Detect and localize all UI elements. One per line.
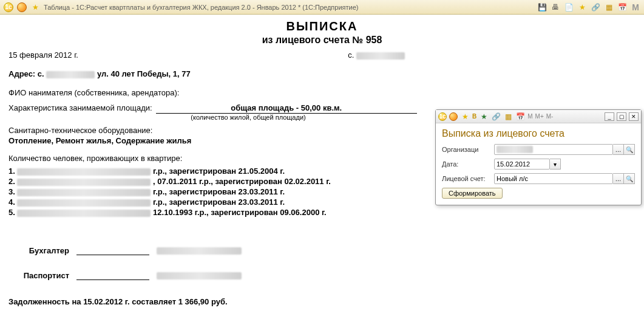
redacted-signature	[157, 247, 242, 255]
redacted-name	[17, 179, 151, 186]
save-icon[interactable]: 💾	[537, 2, 547, 12]
toolbar-mplus[interactable]: M+	[535, 113, 544, 120]
date-picker-button[interactable]: ▾	[550, 159, 561, 170]
signature-line	[76, 247, 149, 255]
settlement-label: с.	[348, 50, 354, 60]
calc-icon[interactable]: ▦	[604, 2, 614, 12]
redacted-signature	[157, 272, 242, 279]
redacted-settlement	[356, 52, 405, 60]
link-icon[interactable]: 🔗	[491, 112, 501, 122]
doc-date: 15 февраля 2012 г.	[8, 50, 78, 60]
extract-dialog: 1c ★ B ★ 🔗 ▦ 📅 M M+ M- _ ▢ ✕ Выписка из …	[435, 109, 642, 205]
minimize-button[interactable]: _	[605, 112, 614, 121]
toolbar-mminus[interactable]: M-	[546, 113, 554, 120]
date-label: Дата:	[442, 160, 490, 168]
address-rest: ул. 40 лет Победы, 1, 77	[97, 69, 191, 78]
star-icon[interactable]: ★	[577, 2, 587, 12]
search-button[interactable]: 🔍	[624, 173, 635, 184]
app-icon: 1c	[438, 112, 447, 121]
address-label: Адрес: с.	[8, 69, 44, 78]
char-note: (количество жилой, общей площади)	[118, 114, 379, 121]
doc-heading2: из лицевого счета № 958	[8, 35, 636, 46]
link-icon[interactable]: 🔗	[591, 2, 600, 12]
favorite-icon[interactable]: ★	[460, 112, 470, 122]
star2-icon[interactable]: ★	[479, 112, 489, 122]
calendar-icon[interactable]: 📅	[515, 112, 525, 122]
favorite-icon[interactable]: ★	[30, 2, 40, 12]
window-title: Таблица - 1С:Расчет квартплаты и бухгалт…	[44, 4, 359, 11]
ellipsis-button[interactable]: …	[613, 144, 624, 155]
ellipsis-button[interactable]: …	[613, 173, 624, 184]
maximize-button[interactable]: ▢	[617, 112, 626, 121]
redacted-name	[17, 199, 151, 207]
close-button[interactable]: ✕	[629, 112, 639, 121]
calc-icon[interactable]: ▦	[503, 112, 513, 122]
copy-icon[interactable]: 📄	[564, 2, 574, 12]
back-icon[interactable]	[449, 112, 458, 121]
doc-heading1: ВЫПИСКА	[8, 19, 636, 33]
calendar-icon[interactable]: 📅	[617, 2, 627, 12]
redacted-name	[17, 210, 151, 217]
toolbar-b[interactable]: B	[472, 113, 476, 120]
dialog-titlebar: 1c ★ B ★ 🔗 ▦ 📅 M M+ M- _ ▢ ✕	[436, 110, 641, 123]
account-input[interactable]: Новый л/с	[494, 173, 613, 184]
signature-line	[76, 272, 149, 280]
fio-label: ФИО нанимателя (собственника, арендатора…	[8, 88, 636, 97]
signature-row-accountant: Бухгалтер	[8, 246, 636, 255]
toolbar-m[interactable]: M	[527, 113, 532, 120]
redacted-org	[497, 146, 533, 153]
dialog-title: Выписка из лицевого счета	[442, 128, 635, 139]
date-input[interactable]: 15.02.2012	[494, 159, 550, 170]
passport-label: Паспортист	[8, 271, 69, 280]
m-icon[interactable]: M	[631, 2, 640, 12]
char-label: Характеристика занимаемой площади:	[8, 103, 152, 112]
redacted-name	[17, 168, 151, 176]
search-button[interactable]: 🔍	[624, 144, 635, 155]
print-icon[interactable]: 🖶	[551, 2, 560, 12]
redacted-address-settlement	[46, 71, 95, 78]
generate-button[interactable]: Сформировать	[442, 188, 503, 199]
accountant-label: Бухгалтер	[8, 246, 69, 255]
app-icon: 1c	[4, 2, 13, 12]
account-label: Лицевой счет:	[442, 175, 490, 182]
char-value: общая площадь - 50,00 кв.м.	[156, 103, 417, 114]
debt-line: Задолженность на 15.02.2012 г. составляе…	[8, 297, 636, 306]
redacted-name	[17, 189, 151, 196]
org-label: Организаци	[442, 146, 490, 153]
back-icon[interactable]	[17, 2, 27, 12]
org-input[interactable]	[494, 144, 613, 155]
signature-row-passport: Паспортист	[8, 271, 636, 280]
main-titlebar: 1c ★ Таблица - 1С:Расчет квартплаты и бу…	[0, 0, 644, 15]
resident-row: 5. 12.10.1993 г.р., зарегистрирован 09.0…	[8, 208, 636, 217]
